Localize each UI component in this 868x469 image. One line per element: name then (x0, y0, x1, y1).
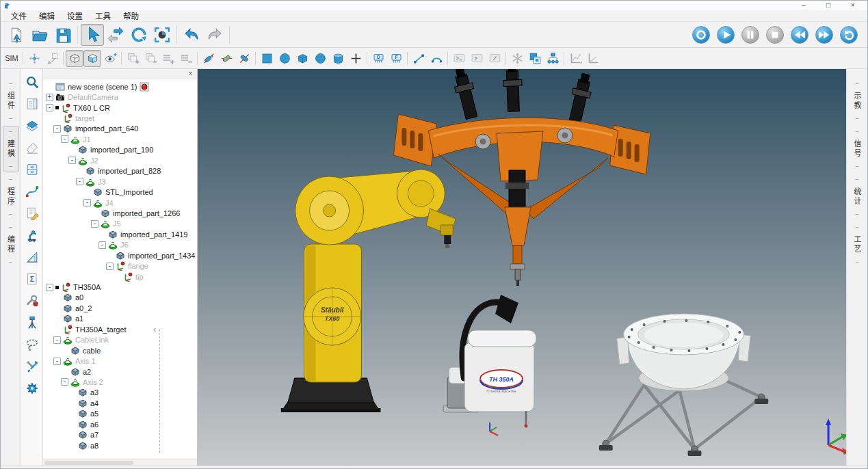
redo-button[interactable] (203, 24, 226, 46)
tree-item-a4[interactable]: a4 (43, 398, 197, 408)
eraser-button[interactable] (23, 139, 41, 156)
material-layers-button[interactable] (23, 118, 41, 134)
tree-item-tx60-l-cr[interactable]: -TX60 L CR (43, 103, 197, 113)
measure-ruler-button[interactable] (23, 249, 41, 265)
step-script-button[interactable] (468, 50, 486, 67)
tree-item-a6[interactable]: a6 (43, 419, 197, 429)
expander-icon[interactable]: + (46, 94, 53, 101)
expander-icon[interactable]: - (83, 199, 91, 206)
pan-tool-button[interactable] (104, 24, 127, 46)
expander-icon[interactable]: - (61, 135, 68, 143)
tab-teach[interactable]: –示教– (849, 78, 865, 124)
tree-item-th350a-target[interactable]: TH350A_target (43, 324, 197, 334)
expander-icon[interactable]: - (53, 358, 61, 365)
menu-tools[interactable]: 工具 (89, 10, 117, 22)
tree-horizontal-scrollbar[interactable] (43, 459, 197, 466)
tree-item-th350a[interactable]: -TH350A (43, 282, 197, 292)
select-region-button[interactable] (23, 336, 41, 353)
digital-io-button[interactable]: D (369, 50, 387, 67)
add-row-button[interactable] (159, 50, 177, 67)
tree-item-a5[interactable]: a5 (43, 409, 197, 419)
measure-device-button[interactable] (23, 314, 41, 331)
menu-edit[interactable]: 编辑 (33, 10, 61, 22)
expander-icon[interactable]: - (68, 157, 76, 164)
save-scene-button[interactable] (51, 24, 75, 46)
tree-item-j1[interactable]: -J1 (43, 134, 197, 144)
expander-icon[interactable]: - (46, 284, 53, 291)
parts-drawer-button[interactable] (23, 161, 41, 178)
draw-arc-button[interactable] (428, 50, 445, 67)
tree-item-axis-2[interactable]: -Axis 2 (43, 377, 197, 387)
statistics-doc-button[interactable]: Σ (23, 271, 41, 287)
shaded-view-button[interactable] (83, 50, 101, 67)
tree-item-a2[interactable]: a2 (43, 366, 197, 377)
select-tool-button[interactable] (81, 24, 104, 46)
tree-item-cable[interactable]: cable (43, 345, 197, 356)
expander-icon[interactable]: - (106, 263, 114, 270)
tree-item-j2[interactable]: -J2 (43, 155, 197, 165)
undo-button[interactable] (180, 24, 203, 46)
viewport-3d[interactable]: Stäubli TX60 TH 350A TOSHIBA MACHINE (198, 69, 846, 466)
expander-icon[interactable]: - (61, 378, 68, 386)
minimize-button[interactable]: – (799, 1, 808, 10)
tree-item-imported-part-1266[interactable]: imported_part_1266 (43, 208, 197, 218)
rotate-view-tool-button[interactable] (127, 24, 150, 46)
tree-item-a0[interactable]: a0 (43, 293, 197, 303)
new-scene-button[interactable] (5, 24, 28, 46)
open-scene-button[interactable] (28, 24, 51, 46)
tree-item-target[interactable]: target (43, 113, 197, 123)
expander-icon[interactable]: - (76, 178, 83, 185)
tab-signals[interactable]: –信号– (849, 126, 865, 172)
expander-icon[interactable]: - (53, 125, 61, 133)
disable-script-button[interactable] (486, 50, 503, 67)
angular-calibration-button[interactable] (584, 50, 602, 67)
remove-row-button[interactable] (177, 50, 195, 67)
freeze-button[interactable] (508, 50, 526, 67)
expander-icon[interactable]: - (91, 220, 98, 228)
rewind-button[interactable] (791, 26, 808, 44)
tree-item-a8[interactable]: a8 (43, 440, 197, 451)
tree-item-j5[interactable]: -J5 (43, 219, 197, 229)
axis-tool-y-button[interactable] (218, 50, 235, 67)
calibration-tool-button[interactable] (23, 293, 41, 309)
system-gear-button[interactable] (23, 380, 41, 397)
close-panel-icon[interactable]: × (186, 70, 195, 78)
edit-program-button[interactable] (23, 205, 41, 222)
tree-item-j3[interactable]: -J3 (43, 176, 197, 187)
run-script-button[interactable] (450, 50, 468, 67)
record-button[interactable] (692, 26, 710, 44)
robot-dh-params-button[interactable]: D·H (23, 227, 41, 243)
tree-item-a3[interactable]: a3 (43, 388, 197, 398)
structure-tree-button[interactable] (544, 50, 562, 67)
tree-item-j6[interactable]: -J6 (43, 240, 197, 250)
add-view-button[interactable] (101, 50, 119, 67)
component-search-button[interactable] (23, 74, 41, 90)
tree-item-tip[interactable]: tip (43, 271, 197, 282)
tree-item-imported-part-1434[interactable]: imported_part_1434 (43, 250, 197, 260)
linear-calibration-button[interactable] (566, 50, 584, 67)
menu-file[interactable]: 文件 (5, 10, 33, 22)
create-cylinder-button[interactable] (329, 50, 347, 67)
settings-tools-button[interactable] (23, 358, 41, 375)
tab-components[interactable]: –组件– (3, 78, 19, 124)
tree-item-imported-part-828[interactable]: imported_part_828 (43, 166, 197, 176)
pause-button[interactable] (741, 26, 759, 44)
tree-item-imported-part-190[interactable]: imported_part_190 (43, 145, 197, 155)
tree-item-a0-2[interactable]: a0_2 (43, 303, 197, 313)
axis-tool-x-button[interactable] (200, 50, 218, 67)
menu-settings[interactable]: 设置 (61, 10, 89, 22)
tab-process[interactable]: –工艺– (849, 222, 865, 268)
close-button[interactable]: × (848, 1, 858, 10)
tab-statistics[interactable]: –统计– (849, 174, 865, 220)
manipulate-button[interactable] (25, 50, 43, 67)
tree-item-stl-imported[interactable]: STL_Imported (43, 187, 197, 197)
zoom-fit-tool-button[interactable] (150, 24, 174, 46)
scale-view-button[interactable] (43, 50, 61, 67)
tab-modeling[interactable]: –建模– (3, 126, 19, 172)
create-point-button[interactable] (347, 50, 365, 67)
expander-icon[interactable]: - (98, 241, 106, 249)
menu-help[interactable]: 帮助 (117, 10, 145, 22)
expander-icon[interactable]: - (53, 336, 61, 344)
tree-item-imported-part-640[interactable]: -imported_part_640 (43, 124, 197, 134)
expander-icon[interactable]: - (46, 104, 53, 111)
